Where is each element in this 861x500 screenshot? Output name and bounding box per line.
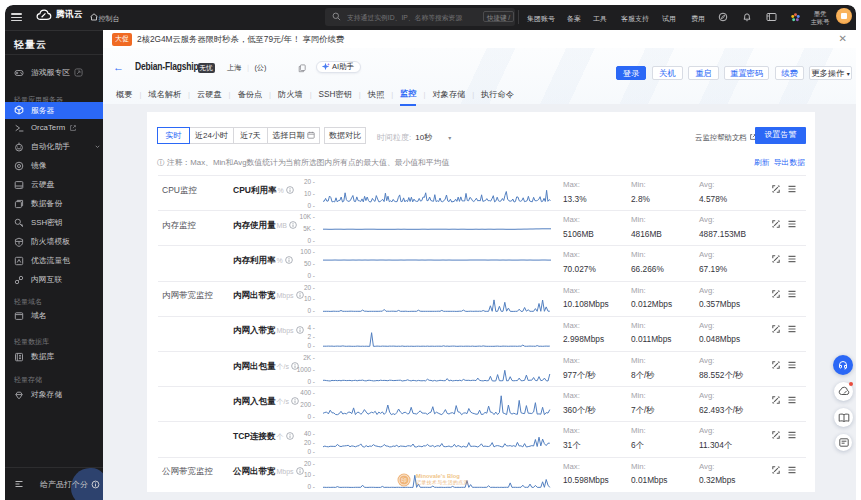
- svg-text:印: 印: [401, 477, 407, 483]
